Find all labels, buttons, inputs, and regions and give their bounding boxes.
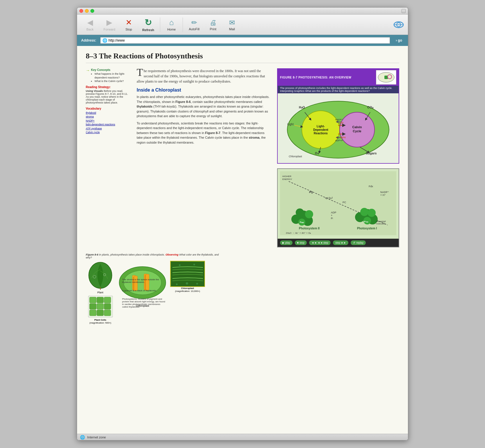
svg-rect-61 [90,297,96,303]
plant-diagram-layout: Plant [86,261,222,325]
left-sidebar: → Key Concepts What happens in the light… [86,68,131,247]
figure-86: Figure 8-6 In plants, photosynthesis tak… [86,253,222,325]
print-icon: 🖨 [210,19,217,27]
svg-text:ENERGY: ENERGY [282,178,292,181]
home-button[interactable]: ⌂ Home [162,17,181,32]
plant-cells-container: Plant Cells(magnification: 500×) [88,296,113,325]
browser-window: ◀ Back ▶ Forward ✕ Stop ↻ Refresh ⌂ Home… [77,7,408,440]
refresh-label: Refresh [142,28,154,32]
vocab-thylakoid[interactable]: thylakoid [86,111,131,115]
replay-icon: ↺ [353,241,355,244]
autofill-button[interactable]: ✏ AutoFill [185,17,204,32]
bottom-section: Figure 8-6 In plants, photosynthesis tak… [86,253,399,325]
dropcap: T [137,68,143,77]
minimize-button[interactable] [85,9,89,13]
status-text: Internet zone [87,435,106,439]
figure-controls: ▶ play ■ stop ◄◄ ◄◄ step step ►► [278,239,399,247]
svg-text:Fdx: Fdx [369,185,373,188]
vocab-light-reactions[interactable]: light-dependent reactions [86,123,131,127]
replay-button[interactable]: ↺ replay [351,240,366,245]
svg-point-82 [176,283,178,285]
svg-text:Cycle: Cycle [353,129,361,133]
photosystems-callout: Photosystems, clusters of pigment and pr… [122,298,166,308]
vocab-calvin-cycle[interactable]: Calvin cycle [86,131,131,135]
step-back-button[interactable]: ◄◄ ◄◄ step [309,240,331,245]
mail-button[interactable]: ✉ Mail [222,17,241,32]
mail-label: Mail [229,27,235,31]
svg-text:+: + [331,214,332,217]
plant-images: Plant [86,261,115,325]
key-concepts-section: → Key Concepts What happens in the light… [86,68,131,83]
step-back-icon: ◄◄ [311,241,317,244]
figure-87-box: FIGURE 8-7 PHOTOSYNTHESIS: AN OVERVIEW C… [277,68,399,164]
vocab-nadp[interactable]: NADP+ [86,119,131,123]
svg-text:Chloroplast: Chloroplast [289,155,302,158]
svg-text:cyt b₆f: cyt b₆f [325,197,333,199]
address-label: Address: [79,38,98,43]
addressbar: Address: 🌐 › go [77,35,408,46]
svg-rect-67 [90,310,96,316]
svg-text:ADP: ADP [331,211,336,214]
svg-point-80 [193,264,195,265]
vocab-atp-synthase[interactable]: ATP synthase [86,127,131,131]
svg-text:2H₂O → 4e⁻ + 4H⁺ + O₂: 2H₂O → 4e⁻ + 4H⁺ + O₂ [286,232,311,234]
play-icon: ▶ [282,241,284,244]
vocabulary-title: Vocabulary [86,107,131,110]
figure-87-title: FIGURE 8-7 PHOTOSYNTHESIS: AN OVERVIEW [280,76,352,79]
svg-text:P₇₀₀: P₇₀₀ [364,220,368,223]
main-layout: → Key Concepts What happens in the light… [86,68,399,247]
stop-button[interactable]: ■ stop [295,240,307,245]
reading-strategy-section: Reading Strategy: Using Visuals Before y… [86,85,131,104]
figure-87-header: FIGURE 8-7 PHOTOSYNTHESIS: AN OVERVIEW C… [278,69,399,86]
right-panel: FIGURE 8-7 PHOTOSYNTHESIS: AN OVERVIEW C… [277,68,399,247]
plant-label: Plant [86,291,115,294]
svg-rect-62 [97,297,104,303]
refresh-icon: ↻ [145,17,152,28]
address-input-wrap[interactable]: 🌐 [100,37,390,44]
svg-text:Light-: Light- [317,125,325,128]
close-button[interactable] [79,9,83,13]
svg-point-83 [196,283,198,285]
stop-label: Stop [126,28,132,31]
key-concept-item: What is the Calvin cycle? [94,79,131,83]
toolbar: ◀ Back ▶ Forward ✕ Stop ↻ Refresh ⌂ Home… [77,15,408,35]
vocab-stroma[interactable]: stroma [86,115,131,119]
window-control-button[interactable] [402,9,406,13]
play-button[interactable]: ▶ play [280,240,293,245]
back-button[interactable]: ◀ Back [81,17,99,32]
svg-text:O₂: O₂ [315,151,319,155]
svg-text:PQ: PQ [309,191,313,194]
forward-button[interactable]: ▶ Forward [99,17,119,32]
svg-text:Reactions: Reactions [314,132,328,135]
key-concepts-list: What happens in the light-dependent reac… [91,72,131,83]
svg-point-41 [296,208,304,217]
chloroplast-3d: Chloroplast The stroma is the space outs… [118,261,167,308]
svg-rect-65 [97,304,104,309]
figure-87-diagram: Light- Dependent Reactions Calvin Cycle … [278,93,399,163]
chloroplast-magnified: Chloroplast(magnification: 10,000×) [170,261,205,293]
step-forward-button[interactable]: step ►► [333,240,348,245]
svg-text:Photosystem I: Photosystem I [357,227,377,230]
key-arrow-icon: → [86,68,90,73]
figure-87-inset: Chloroplast [376,70,396,85]
figure-86-caption: Figure 8-6 In plants, photosynthesis tak… [86,253,222,259]
print-button[interactable]: 🖨 Print [204,17,222,32]
intro-paragraph: T he requirements of photosynthesis were… [137,68,271,84]
address-input[interactable] [108,38,388,42]
svg-text:NADP⁺: NADP⁺ [335,118,343,121]
titlebar [77,8,408,15]
svg-point-48 [360,208,368,216]
refresh-button[interactable]: ↻ Refresh [138,16,158,33]
statusbar: 🌐 Internet zone [77,434,408,440]
figure-photosystems-box: HIGHER ENERGY PQ cyt b₆f PC Fdx [277,168,399,247]
step-forward-icon: step ►► [335,241,346,244]
leaf-container: Plant [86,261,115,294]
ie-logo [393,19,404,31]
svg-rect-63 [104,297,111,303]
status-globe-icon: 🌐 [80,435,85,440]
svg-rect-4 [384,76,388,79]
stop-button[interactable]: ✕ Stop [119,17,138,32]
go-button[interactable]: › go [392,36,406,44]
maximize-button[interactable] [90,9,94,13]
svg-text:ADP+P: ADP+P [335,139,343,142]
